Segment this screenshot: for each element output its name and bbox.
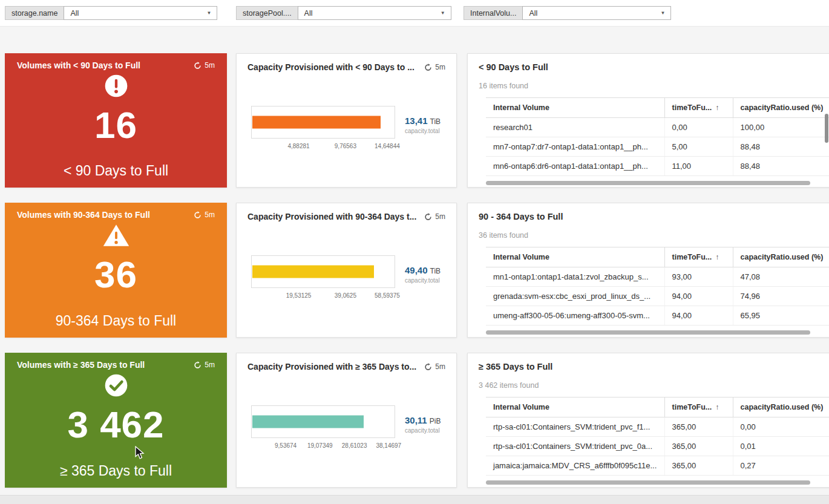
volume-link[interactable]: jamaica:jamaica:MDV_CRS_a6fffb0f095c11e.… xyxy=(486,456,664,476)
table-row: mn6-ontap6:dr6-ontap1-data1:ontap1__ph..… xyxy=(486,157,829,176)
items-found: 36 items found xyxy=(479,231,829,240)
column-header-internal-volume[interactable]: Internal Volume xyxy=(486,247,664,267)
timetofull-value: 11,00 xyxy=(664,157,733,176)
capacity-unit: PiB xyxy=(430,417,441,425)
capacityratio-value: 74,96 xyxy=(733,287,829,306)
column-header-timetofull[interactable]: timeToFu...↑ xyxy=(664,98,733,118)
capacity-value: 49,40 xyxy=(405,265,428,275)
filter-storage-pool-select[interactable]: All ▼ xyxy=(298,6,451,20)
column-header-internal-volume[interactable]: Internal Volume xyxy=(486,398,664,417)
volume-link[interactable]: mn7-ontap7:dr7-ontap1-data1:ontap1__ph..… xyxy=(486,137,664,157)
items-found: 16 items found xyxy=(479,82,829,90)
card-subtitle: ≥ 365 Days to Full xyxy=(17,463,215,479)
refresh-control[interactable]: 5m xyxy=(194,211,215,219)
table-row: umeng-aff300-05-06:umeng-aff300-05-svm..… xyxy=(486,306,829,326)
volume-count: 36 xyxy=(17,255,215,295)
capacity-bar[interactable] xyxy=(252,116,381,129)
column-header-timetofull[interactable]: timeToFu...↑ xyxy=(664,247,733,267)
table-row: grenada:svm-esx:cbc_esxi_prod_linux_ds_.… xyxy=(486,287,829,306)
horizontal-scrollbar[interactable] xyxy=(486,330,810,335)
horizontal-scrollbar[interactable] xyxy=(486,480,810,485)
filter-storage-name-select[interactable]: All ▼ xyxy=(64,6,217,20)
filter-storage-pool: storagePool.... All ▼ xyxy=(236,6,451,20)
timetofull-value: 365,00 xyxy=(664,437,733,456)
capacity-value: 30,11 xyxy=(405,415,427,425)
volume-link[interactable]: mn1-ontap1:ontap1-data1:zvol_zbackup_s..… xyxy=(486,267,664,287)
capacityratio-value: 65,95 xyxy=(733,306,829,326)
volume-link[interactable]: umeng-aff300-05-06:umeng-aff300-05-svm..… xyxy=(486,306,664,326)
refresh-control[interactable]: 5m xyxy=(194,61,215,70)
capacity-bar[interactable] xyxy=(252,266,374,278)
capacity-bar[interactable] xyxy=(252,416,364,428)
column-header-capacityratio[interactable]: capacityRatio.used (%) xyxy=(733,247,829,267)
refresh-control[interactable]: 5m xyxy=(424,212,445,221)
table-row: research01 0,00 100,00 xyxy=(486,118,829,137)
volumes-table: Internal Volume timeToFu...↑ capacityRat… xyxy=(486,247,829,326)
column-header-internal-volume[interactable]: Internal Volume xyxy=(486,98,664,118)
capacityratio-value: 0,27 xyxy=(733,456,829,476)
refresh-interval: 5m xyxy=(435,63,445,71)
x-tick: 38,14697 xyxy=(376,442,401,449)
table-row: rtp-sa-cl01:Containers_SVM:trident_pvc_f… xyxy=(486,417,829,437)
sort-asc-icon[interactable]: ↑ xyxy=(715,253,719,261)
chart-title: Capacity Provisioned with < 90 Days to .… xyxy=(247,62,414,72)
horizontal-scrollbar[interactable] xyxy=(486,181,810,185)
chevron-down-icon: ▼ xyxy=(441,10,445,16)
x-axis: 4,88281 9,76563 14,64844 xyxy=(251,141,395,151)
timetofull-value: 94,00 xyxy=(664,306,733,326)
capacity-unit: TiB xyxy=(430,117,441,126)
table-row: rtp-sa-cl01:Containers_SVM:trident_pvc_0… xyxy=(486,437,829,456)
x-tick: 19,53125 xyxy=(286,292,312,299)
x-tick: 58,59375 xyxy=(375,292,400,299)
volume-link[interactable]: rtp-sa-cl01:Containers_SVM:trident_pvc_f… xyxy=(486,417,664,437)
refresh-control[interactable]: 5m xyxy=(424,362,445,371)
chart-card-gte-365-days: Capacity Provisioned with ≥ 365 Days to.… xyxy=(236,353,457,488)
refresh-icon xyxy=(424,213,432,221)
volume-count: 16 xyxy=(17,105,215,145)
volume-link[interactable]: mn6-ontap6:dr6-ontap1-data1:ontap1__ph..… xyxy=(486,157,664,176)
sort-asc-icon[interactable]: ↑ xyxy=(715,103,719,112)
vertical-scrollbar-thumb[interactable] xyxy=(825,114,828,143)
refresh-icon xyxy=(194,62,202,70)
volumes-table: Internal Volume timeToFu...↑ capacityRat… xyxy=(486,397,829,476)
filter-internal-volume-select[interactable]: All ▼ xyxy=(522,6,671,20)
chart-card-90-364-days: Capacity Provisioned with 90-364 Days t.… xyxy=(236,203,457,338)
column-header-capacityratio[interactable]: capacityRatio.used (%) xyxy=(733,398,829,417)
timetofull-value: 93,00 xyxy=(664,267,733,287)
refresh-control[interactable]: 5m xyxy=(194,361,215,369)
capacityratio-value: 0,01 xyxy=(733,437,829,456)
refresh-icon xyxy=(424,363,432,371)
bar-chart xyxy=(251,405,395,438)
refresh-interval: 5m xyxy=(205,211,215,219)
sort-asc-icon[interactable]: ↑ xyxy=(715,403,719,411)
column-header-label: timeToFu... xyxy=(672,253,712,261)
filter-bar: storage.name All ▼ storagePool.... All ▼… xyxy=(0,0,829,27)
refresh-interval: 5m xyxy=(435,212,445,221)
summary-card-gte-365-days: Volumes with ≥ 365 Days to Full 5m 3 462… xyxy=(5,353,227,488)
volume-link[interactable]: grenada:svm-esx:cbc_esxi_prod_linux_ds_.… xyxy=(486,287,664,306)
filter-label: InternalVolu... xyxy=(464,6,522,20)
chart-title: Capacity Provisioned with 90-364 Days t.… xyxy=(247,212,416,221)
column-header-label: timeToFu... xyxy=(672,403,712,411)
column-header-timetofull[interactable]: timeToFu...↑ xyxy=(664,398,733,417)
table-card-90-364-days: 90 - 364 Days to Full 36 items found Int… xyxy=(467,203,829,338)
column-header-capacityratio[interactable]: capacityRatio.used (%) xyxy=(733,98,829,118)
card-title: Volumes with 90-364 Days to Full xyxy=(17,210,150,220)
x-tick: 28,61023 xyxy=(342,442,367,449)
x-tick: 4,88281 xyxy=(287,143,309,149)
warning-triangle-icon xyxy=(102,223,130,247)
bottom-scroll-track xyxy=(0,495,829,504)
chevron-down-icon: ▼ xyxy=(661,10,666,16)
card-subtitle: < 90 Days to Full xyxy=(17,163,215,179)
timetofull-value: 0,00 xyxy=(664,118,733,137)
x-tick: 19,07349 xyxy=(307,442,333,449)
bar-chart xyxy=(251,255,395,288)
volume-link[interactable]: rtp-sa-cl01:Containers_SVM:trident_pvc_0… xyxy=(486,437,664,456)
volume-link[interactable]: research01 xyxy=(486,118,664,137)
chart-card-lt-90-days: Capacity Provisioned with < 90 Days to .… xyxy=(236,53,457,188)
table-row: mn7-ontap7:dr7-ontap1-data1:ontap1__ph..… xyxy=(486,137,829,157)
refresh-control[interactable]: 5m xyxy=(424,63,445,71)
capacity-caption: capacity.total xyxy=(405,277,441,284)
refresh-icon xyxy=(194,211,202,219)
capacity-caption: capacity.total xyxy=(405,427,441,434)
